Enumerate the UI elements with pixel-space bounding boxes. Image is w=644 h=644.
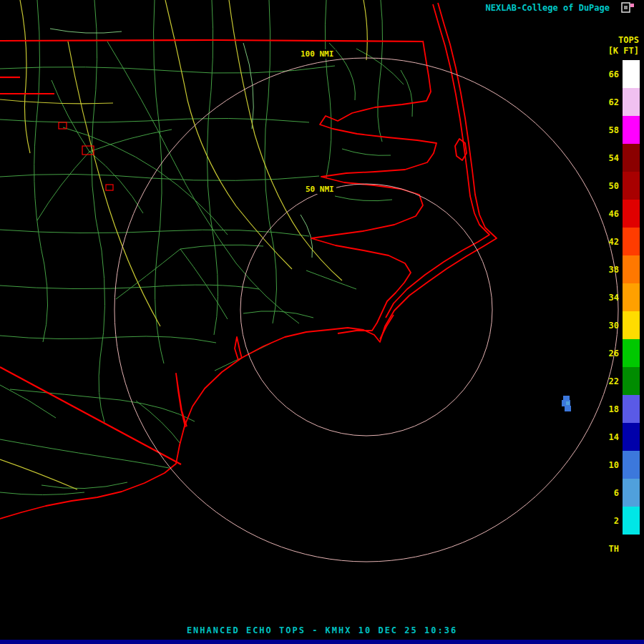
- legend-label: 18: [596, 404, 619, 414]
- legend-row: 62: [596, 88, 640, 116]
- road-network-minor: [0, 0, 413, 495]
- legend-row: 26: [596, 339, 640, 367]
- coastline: [0, 3, 497, 519]
- legend-row: 22: [596, 367, 640, 395]
- legend-swatch: [623, 311, 640, 339]
- legend-swatch: [623, 535, 640, 562]
- footer-caption: ENHANCED ECHO TOPS - KMHX 10 DEC 25 10:3…: [0, 625, 644, 635]
- core-banks-inner: [380, 315, 394, 339]
- legend-rows: 66625854504642383430262218141062TH: [596, 60, 640, 562]
- legend-swatch: [623, 367, 640, 395]
- legend-label: 14: [596, 432, 619, 442]
- legend-swatch: [623, 144, 640, 172]
- legend-row: 54: [596, 144, 640, 172]
- radar-screen: NEXLAB-College of DuPage TOPS [K FT] 666…: [0, 0, 644, 644]
- legend-label: 62: [596, 97, 619, 107]
- legend-row: 30: [596, 311, 640, 339]
- legend-units: [K FT]: [608, 46, 639, 56]
- range-ring-50nmi: [240, 184, 492, 436]
- va-nc-border: [0, 40, 424, 42]
- new-river-inlet: [235, 337, 242, 360]
- legend-row: 46: [596, 200, 640, 228]
- legend-row: 58: [596, 116, 640, 144]
- legend-swatch: [623, 172, 640, 200]
- legend-swatch: [623, 60, 640, 88]
- legend-row: 14: [596, 423, 640, 451]
- legend-title: TOPS: [618, 35, 639, 45]
- legend-swatch: [623, 88, 640, 116]
- radar-map: [0, 0, 644, 644]
- legend-row: 66: [596, 60, 640, 88]
- legend-swatch: [623, 479, 640, 507]
- legend-swatch: [623, 395, 640, 423]
- range-ring-100nmi: [114, 58, 618, 562]
- legend-swatch: [623, 423, 640, 451]
- legend-row: 2: [596, 507, 640, 535]
- legend-swatch: [623, 200, 640, 228]
- legend-swatch: [623, 255, 640, 283]
- legend-row: 6: [596, 479, 640, 507]
- road-network-minor-light: [50, 29, 313, 258]
- urban-boundaries: [59, 122, 113, 190]
- ring-label-100nmi: 100 NMI: [298, 49, 336, 59]
- legend-label: 38: [596, 265, 619, 275]
- cod-logo-icon: [621, 2, 635, 14]
- legend-row: 38: [596, 255, 640, 283]
- legend-row: 34: [596, 283, 640, 311]
- echo-blob: [562, 396, 571, 411]
- legend-label: 2: [596, 516, 619, 526]
- outer-banks-ocean-shore: [0, 3, 497, 519]
- legend-label: 46: [596, 209, 619, 219]
- legend-swatch: [623, 339, 640, 367]
- cape-fear-river: [176, 374, 187, 427]
- legend-label: TH: [596, 544, 619, 554]
- outer-banks-sound-shore: [386, 4, 489, 318]
- legend-row: 50: [596, 172, 640, 200]
- legend-label: 42: [596, 237, 619, 247]
- legend-label: 54: [596, 153, 619, 163]
- bottom-border-bar: [0, 640, 644, 644]
- legend-row: TH: [596, 535, 640, 562]
- legend-label: 66: [596, 69, 619, 79]
- credit-text: NEXLAB-College of DuPage: [486, 3, 610, 13]
- legend-swatch: [623, 283, 640, 311]
- legend-swatch: [623, 116, 640, 144]
- legend-label: 26: [596, 348, 619, 358]
- legend-label: 58: [596, 125, 619, 135]
- legend-swatch: [623, 507, 640, 535]
- legend-row: 10: [596, 451, 640, 479]
- legend-label: 34: [596, 293, 619, 303]
- legend-label: 6: [596, 488, 619, 498]
- legend-label: 10: [596, 460, 619, 470]
- legend-row: 18: [596, 395, 640, 423]
- range-rings: [114, 58, 618, 562]
- ring-label-50nmi: 50 NMI: [303, 185, 336, 194]
- legend-swatch: [623, 451, 640, 479]
- legend-swatch: [623, 228, 640, 255]
- legend-label: 30: [596, 321, 619, 331]
- legend-label: 22: [596, 376, 619, 386]
- legend-row: 42: [596, 228, 640, 255]
- legend-label: 50: [596, 181, 619, 191]
